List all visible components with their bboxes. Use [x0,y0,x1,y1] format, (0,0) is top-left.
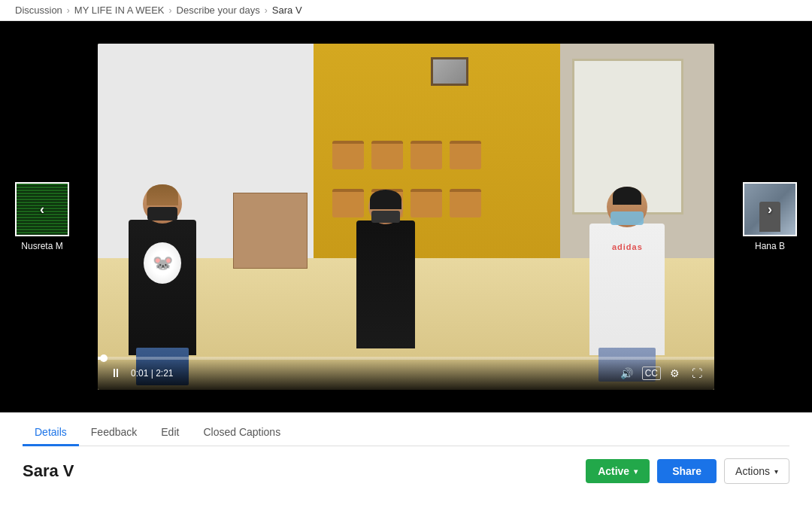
captions-icon[interactable]: CC [642,367,661,380]
content-row: Sara V Active ▾ Share Actions ▾ [23,446,789,484]
actions-button-label: Actions [735,465,770,477]
next-thumb-image [744,184,795,235]
progress-dot[interactable] [100,354,108,362]
prev-thumb-image [17,184,68,235]
breadcrumb-sep-3: › [265,5,268,16]
person3-body: adidas [589,224,665,355]
next-person-silhouette [759,202,780,232]
person3-hair [613,187,641,205]
next-video-nav[interactable]: › Hana B [743,182,797,251]
actions-chevron-icon: ▾ [774,467,778,476]
person1-head [143,184,182,224]
play-pause-icon: ⏸ [110,367,122,380]
right-controls: 🔊 CC ⚙ ⛶ [617,366,705,381]
breadcrumb-bar: Discussion › MY LIFE IN A WEEK › Describ… [0,0,812,21]
chair-2 [371,141,403,169]
time-display: 0:01 | 2:21 [131,368,174,379]
person2 [356,190,415,348]
person3-mask [611,211,644,225]
chair-1 [332,141,364,169]
play-pause-button[interactable]: ⏸ [107,364,125,383]
actions-button[interactable]: Actions ▾ [724,458,789,484]
next-thumbnail[interactable]: › [743,182,797,236]
progress-bar-container[interactable] [98,357,714,360]
person2-head [368,190,403,224]
tab-details[interactable]: Details [23,420,79,446]
main-container: ‹ Nusreta M [0,21,812,508]
cabinet [233,193,307,269]
picture-frame [431,57,468,86]
tab-feedback[interactable]: Feedback [79,420,149,446]
prev-video-name: Nusreta M [21,241,62,251]
tab-closed-captions[interactable]: Closed Captions [191,420,292,446]
volume-icon[interactable]: 🔊 [617,366,636,381]
fullscreen-icon[interactable]: ⛶ [689,366,705,381]
video-player[interactable]: 🐭 [98,44,714,390]
breadcrumb-discussion[interactable]: Discussion [15,5,62,16]
active-chevron-icon: ▾ [634,467,638,476]
chair-8 [450,189,481,217]
tabs-bar: Details Feedback Edit Closed Captions [23,412,789,446]
breadcrumb-current: Sara V [272,5,302,16]
person1-shirt-print: 🐭 [144,242,181,284]
settings-icon[interactable]: ⚙ [667,366,683,381]
bottom-panel: Details Feedback Edit Closed Captions Sa… [0,412,812,508]
person1: 🐭 [129,184,196,355]
action-buttons: Active ▾ Share Actions ▾ [586,458,789,484]
classroom-scene: 🐭 [98,44,714,390]
breadcrumb-my-life[interactable]: MY LIFE IN A WEEK [74,5,165,16]
person3: adidas [589,187,665,355]
video-section: ‹ Nusreta M [0,21,812,412]
prev-video-nav[interactable]: ‹ Nusreta M [15,182,69,251]
total-time: 2:21 [156,368,173,379]
current-time: 0:01 [131,368,148,379]
person3-adidas-text: adidas [612,242,643,251]
person3-head [607,187,647,227]
breadcrumb-sep-1: › [67,5,70,16]
person2-hair [370,190,401,209]
person2-mask [371,211,400,223]
active-button[interactable]: Active ▾ [586,459,650,483]
tab-edit[interactable]: Edit [149,420,191,446]
active-button-label: Active [598,465,629,477]
video-controls: ⏸ 0:01 | 2:21 🔊 CC ⚙ ⛶ [98,357,714,390]
breadcrumb-sep-2: › [169,5,172,16]
person2-body [356,221,415,348]
next-video-name: Hana B [755,241,785,251]
prev-thumbnail[interactable]: ‹ [15,182,69,236]
frame-inner [433,59,466,84]
chairs-row-back [332,141,481,169]
person1-hair [147,184,178,205]
chair-3 [411,141,442,169]
video-title: Sara V [23,461,74,481]
breadcrumb-describe[interactable]: Describe your days [177,5,260,16]
video-frame: 🐭 [98,44,714,390]
share-button[interactable]: Share [657,459,717,483]
chair-4 [450,141,481,169]
person1-mask [147,207,177,221]
person1-body: 🐭 [129,220,196,355]
